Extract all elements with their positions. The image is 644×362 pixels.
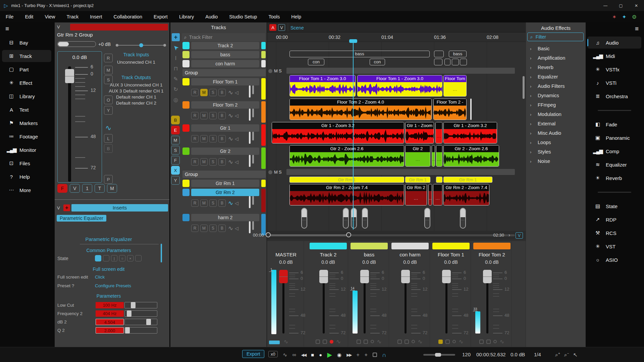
chevron-right-icon[interactable]: › <box>530 46 535 51</box>
rail-item-rcs[interactable]: ⚒ RCS <box>586 226 644 240</box>
bypass-button[interactable]: B <box>218 112 226 119</box>
track-row[interactable]: Track 2 Track 2 R M S B ∿ ◁ <box>182 42 266 49</box>
track-list-mode-button[interactable]: Y <box>171 176 180 185</box>
chevron-right-icon[interactable]: › <box>530 121 535 126</box>
track-list-mode-button[interactable]: E <box>171 126 180 134</box>
track-list-mode-button[interactable]: B <box>171 116 180 124</box>
timeline-range-bar[interactable]: 00:00 02:30 › V <box>267 231 526 240</box>
rail-item-vsti[interactable]: ♪ VSTi <box>586 76 644 89</box>
range-handle-right[interactable] <box>346 232 351 237</box>
eq-param-slider[interactable] <box>124 310 157 317</box>
strip-fader[interactable]: 1 60124872 <box>268 269 304 336</box>
strip-fader-cap[interactable] <box>442 270 451 283</box>
stop-button[interactable]: ■ <box>311 352 314 357</box>
bypass-button[interactable]: B <box>218 158 226 166</box>
mute-button[interactable]: M <box>200 199 208 207</box>
minimize-button[interactable]: — <box>598 0 613 11</box>
rail-item-markers[interactable]: ⚑ Markers <box>0 116 55 130</box>
track-row[interactable]: Gtr 1 Gtr 1 R M S B ∿ ◁ <box>182 124 266 146</box>
rail-item-bay[interactable]: ⊟ Bay <box>0 36 55 49</box>
track-name[interactable]: bass <box>191 51 259 58</box>
menu-item[interactable]: Audio <box>200 14 223 19</box>
strip-automation-icon[interactable]: ∿ <box>499 338 504 345</box>
track-row[interactable]: Group Group R M S B ∿ ◁ <box>182 69 266 76</box>
menu-item[interactable]: View <box>39 14 61 19</box>
solo-button[interactable]: S <box>209 112 217 119</box>
range-segment[interactable] <box>268 234 348 236</box>
effect-category[interactable]: › Noise <box>526 157 586 166</box>
audio-clip[interactable]: ⋯ <box>428 184 432 205</box>
eq-fullscreen-link[interactable]: Full screen edit <box>55 266 163 272</box>
track-list-mode-button[interactable]: S <box>171 146 180 155</box>
close-button[interactable]: ✕ <box>629 0 644 11</box>
bypass-button[interactable]: B <box>218 225 226 232</box>
audio-clip[interactable]: Floor Tom ⋯ <box>443 75 467 97</box>
audio-clip[interactable] <box>434 51 444 57</box>
menu-item[interactable]: Edit <box>19 14 39 19</box>
mixer-strip[interactable]: con harm 0.0 dB 60124872 <box>390 241 430 347</box>
rail-item-footage[interactable]: ≔ Footage <box>0 130 55 143</box>
eq-scrollbar[interactable] <box>161 244 162 262</box>
mixer-collapse-button[interactable]: V <box>516 232 523 239</box>
mute-button[interactable]: M <box>200 158 208 166</box>
audio-clip[interactable]: Gtr 1 - Zoom 3.2 <box>272 122 404 143</box>
strip-fader[interactable]: 60124872 <box>390 269 430 336</box>
audio-clip[interactable] <box>460 59 467 65</box>
track-color-chip[interactable] <box>182 214 190 221</box>
strip-solo-toggle[interactable] <box>323 340 327 344</box>
channel-mode-button[interactable]: ∿ <box>104 124 113 132</box>
strip-fader[interactable]: 60124872 <box>431 269 471 336</box>
record-ready-button[interactable]: ● <box>319 352 322 357</box>
menu-item[interactable]: Collaboration <box>108 14 148 19</box>
group-solo-button[interactable]: S <box>279 170 282 175</box>
range-next-icon[interactable]: › <box>508 232 510 238</box>
audio-clip[interactable]: Gtr 1 - Zoom <box>405 122 434 143</box>
mixer-strip[interactable]: bass 0.0 dB 14 60124872 <box>350 241 389 347</box>
audio-clip[interactable] <box>470 99 472 120</box>
automation-icon[interactable]: ∿ <box>228 112 233 119</box>
audio-clip[interactable]: con <box>370 59 385 65</box>
bypass-button[interactable]: B <box>218 199 226 207</box>
track-color-chip[interactable] <box>182 60 190 67</box>
inserts-header[interactable]: Inserts <box>71 204 168 212</box>
strip-fader[interactable]: 33 60124872 <box>472 269 512 336</box>
eq-state-button[interactable]: × <box>127 255 133 261</box>
chevron-right-icon[interactable]: › <box>530 112 535 117</box>
audio-mode-button[interactable]: A <box>269 24 276 31</box>
mixer-strip[interactable]: Floor Tom 2 0.0 dB 33 60124872 <box>472 241 512 347</box>
chevron-right-icon[interactable]: › <box>530 159 535 164</box>
eq-param-value[interactable]: 4.504 <box>96 319 124 325</box>
channel-mode-button[interactable]: P <box>104 175 113 184</box>
track-name[interactable]: Track 2 <box>191 42 259 49</box>
strip-fader-cap[interactable] <box>360 270 369 283</box>
strip-solo-toggle[interactable] <box>364 340 368 344</box>
pan-dot-left[interactable] <box>116 44 118 47</box>
group-lane-header[interactable]: M S <box>267 169 517 175</box>
record-arm-button[interactable]: R <box>191 89 199 96</box>
chevron-right-icon[interactable]: › <box>530 103 535 108</box>
rail-item-track[interactable]: ⊞ Track <box>0 49 55 63</box>
strip-fader-cap[interactable] <box>401 270 410 283</box>
eq-param-slider[interactable] <box>124 327 157 334</box>
strip-solo-toggle[interactable] <box>486 340 491 344</box>
menu-item[interactable]: Track <box>61 14 85 19</box>
record-arm-button[interactable]: R <box>191 112 199 119</box>
track-color-chip[interactable] <box>182 51 190 58</box>
mixer-strip[interactable]: MASTER 0.0 dB 1 60124872 <box>268 241 304 347</box>
inserts-collapse-chevron[interactable]: V <box>57 205 60 210</box>
audio-clip[interactable]: Gtr 2 - Zoom 2.6 <box>289 145 404 167</box>
audio-clip[interactable]: ⋯ <box>362 208 368 229</box>
strip-solo-toggle[interactable] <box>405 340 409 344</box>
strip-fader[interactable]: 14 60124872 <box>350 269 389 336</box>
audio-clip[interactable]: Gtr Rm 1 <box>443 177 492 183</box>
effect-category[interactable]: › Basic <box>526 44 586 53</box>
group-mute-button[interactable]: M <box>274 170 278 175</box>
channel-fader[interactable]: 0.0 dB 60124872 <box>57 51 102 183</box>
export-button[interactable]: Export <box>242 350 264 358</box>
menu-item[interactable]: Insert <box>84 14 108 19</box>
vertical-scrollbar[interactable] <box>523 76 525 99</box>
audio-clip[interactable]: Gtr Rm 2 ⋯ <box>405 184 427 205</box>
add-insert-button[interactable]: + <box>63 204 70 211</box>
track-name[interactable]: Gtr 2 <box>191 147 259 155</box>
clips-canvas[interactable]: M S M S bass <box>267 42 526 231</box>
